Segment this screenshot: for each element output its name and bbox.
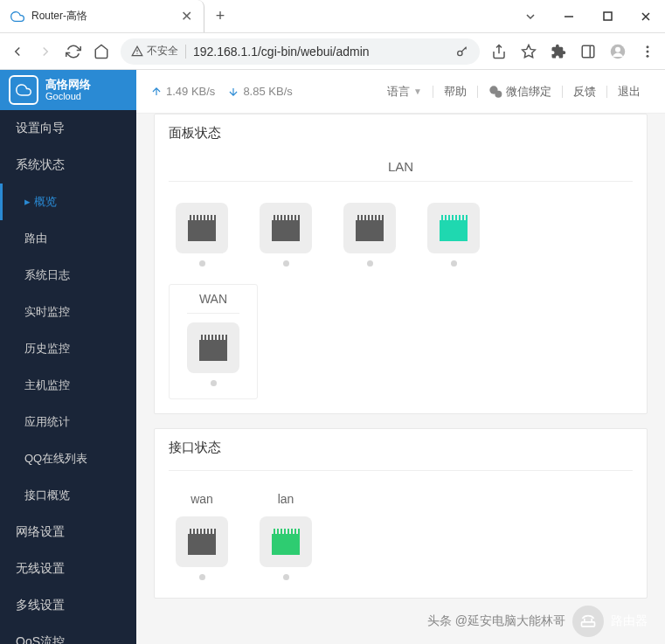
svg-rect-72 <box>214 529 216 534</box>
interface-status-title: 接口状态 <box>155 429 647 467</box>
svg-rect-1 <box>604 12 612 20</box>
sidebar-item[interactable]: 应用统计 <box>0 404 136 440</box>
svg-rect-22 <box>214 215 216 220</box>
status-dot <box>451 260 457 267</box>
close-icon[interactable]: ✕ <box>181 8 193 24</box>
svg-rect-76 <box>277 529 279 534</box>
svg-rect-82 <box>298 529 300 534</box>
port-box <box>343 203 396 253</box>
back-button[interactable] <box>9 43 26 60</box>
svg-rect-16 <box>193 215 195 220</box>
sidepanel-icon[interactable] <box>579 43 597 60</box>
sidebar-item[interactable]: QQ在线列表 <box>0 440 136 477</box>
svg-rect-77 <box>281 529 282 534</box>
insecure-label: 不安全 <box>147 44 178 59</box>
help-link[interactable]: 帮助 <box>433 84 477 100</box>
svg-rect-67 <box>197 529 198 534</box>
maximize-button[interactable] <box>588 0 627 33</box>
chevron-down-icon[interactable] <box>511 0 550 33</box>
app-topbar: 1.49 KB/s 8.85 KB/s 语言▼ 帮助 微信绑定 反馈 退出 <box>136 70 665 114</box>
svg-rect-83 <box>582 622 595 627</box>
sidebar-item[interactable]: 路由 <box>0 220 136 257</box>
svg-rect-38 <box>368 215 370 220</box>
svg-rect-28 <box>284 215 286 220</box>
svg-rect-81 <box>294 529 296 534</box>
sidebar-item[interactable]: 系统状态 <box>0 147 136 184</box>
port-box <box>260 516 312 567</box>
svg-rect-19 <box>204 215 205 220</box>
sidebar-item[interactable]: 系统日志 <box>0 257 136 294</box>
sidebar: 高恪网络 Gocloud 设置向导系统状态概览路由系统日志实时监控历史监控主机监… <box>0 70 136 644</box>
interface-status-card: 接口状态 wan lan <box>154 428 648 599</box>
lan-ports-row <box>155 192 647 284</box>
lang-dropdown[interactable]: 语言▼ <box>377 84 433 100</box>
watermark-text: 头条 @延安电脑大能林哥 <box>427 613 565 629</box>
sidebar-item[interactable]: 无线设置 <box>0 551 136 587</box>
status-dot <box>211 380 217 386</box>
menu-icon[interactable] <box>639 43 656 60</box>
ethernet-port-icon <box>439 215 468 241</box>
reload-button[interactable] <box>65 43 82 60</box>
svg-rect-46 <box>445 215 447 220</box>
key-icon[interactable] <box>455 45 469 59</box>
logout-link[interactable]: 退出 <box>607 84 651 100</box>
ethernet-port-icon <box>187 215 217 241</box>
port-label: wan <box>190 492 213 509</box>
svg-rect-57 <box>208 335 210 340</box>
new-tab-button[interactable]: + <box>204 0 236 32</box>
wan-ports-row <box>187 322 239 386</box>
sidebar-item[interactable]: 接口概览 <box>0 477 136 514</box>
sidebar-item[interactable]: 设置向导 <box>0 110 136 147</box>
wechat-link[interactable]: 微信绑定 <box>478 84 562 100</box>
feedback-link[interactable]: 反馈 <box>563 84 606 100</box>
status-dot <box>283 574 289 580</box>
star-icon[interactable] <box>520 43 537 60</box>
status-dot <box>367 260 373 267</box>
separator <box>185 45 186 59</box>
svg-rect-52 <box>466 215 468 220</box>
profile-icon[interactable] <box>609 43 627 60</box>
logo-cn: 高恪网络 <box>45 79 91 91</box>
share-icon[interactable] <box>490 43 508 60</box>
download-icon <box>227 86 239 98</box>
svg-rect-37 <box>364 215 366 220</box>
watermark-badge: 路由器 <box>611 613 648 629</box>
svg-rect-70 <box>207 529 209 534</box>
svg-rect-40 <box>375 215 377 220</box>
minimize-button[interactable] <box>550 0 588 33</box>
status-dot <box>283 260 289 267</box>
forward-button[interactable] <box>37 43 54 60</box>
panel-status-title: 面板状态 <box>155 114 647 152</box>
svg-rect-60 <box>218 335 220 340</box>
svg-rect-25 <box>274 215 275 220</box>
browser-tab[interactable]: Router-高恪 ✕ <box>0 0 204 32</box>
svg-rect-78 <box>284 529 286 534</box>
extensions-icon[interactable] <box>550 43 567 60</box>
sidebar-item[interactable]: 主机监控 <box>0 367 136 404</box>
home-button[interactable] <box>93 43 110 60</box>
sidebar-item[interactable]: 历史监控 <box>0 330 136 367</box>
svg-rect-69 <box>204 529 205 534</box>
watermark: 头条 @延安电脑大能林哥 路由器 <box>427 606 648 637</box>
svg-rect-35 <box>357 215 359 220</box>
sidebar-item[interactable]: 实时监控 <box>0 294 136 330</box>
cloud-icon <box>9 75 38 105</box>
sidebar-item[interactable]: 网络设置 <box>0 514 136 551</box>
sidebar-item[interactable]: QoS流控 <box>0 624 136 645</box>
svg-rect-64 <box>196 548 208 555</box>
port-box <box>427 203 480 253</box>
sidebar-item[interactable]: 概览 <box>0 184 136 220</box>
svg-rect-18 <box>200 215 202 220</box>
svg-rect-4 <box>582 45 594 58</box>
svg-rect-48 <box>452 215 454 220</box>
port-box <box>187 322 239 373</box>
svg-rect-29 <box>287 215 289 220</box>
address-bar[interactable]: 不安全 192.168.1.1/cgi-bin/webui/admin <box>121 38 480 65</box>
status-dot <box>199 260 205 267</box>
port-item <box>176 203 228 267</box>
close-button[interactable] <box>627 0 665 33</box>
svg-point-12 <box>495 90 502 97</box>
svg-rect-54 <box>207 354 219 361</box>
logo-en: Gocloud <box>45 91 91 101</box>
sidebar-item[interactable]: 多线设置 <box>0 587 136 624</box>
